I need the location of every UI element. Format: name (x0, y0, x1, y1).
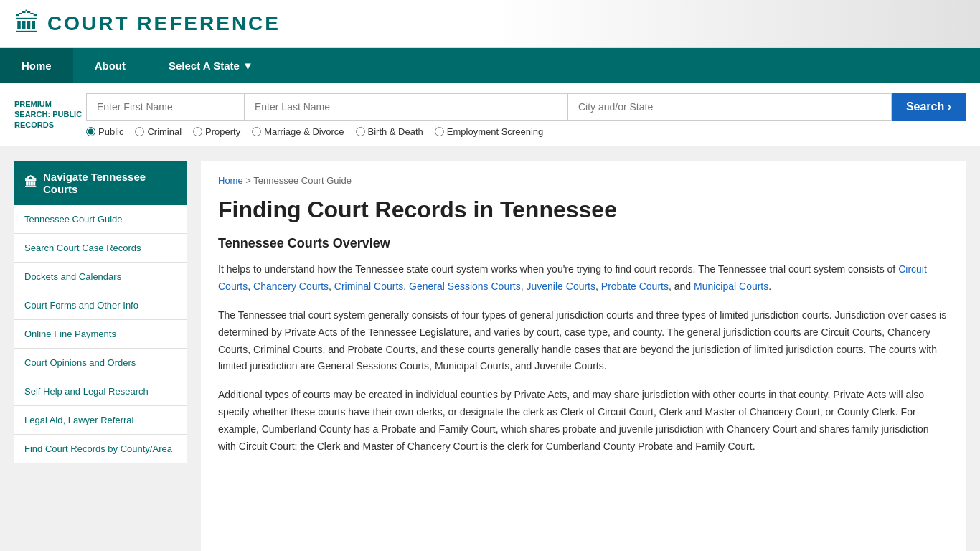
sidebar-item-forms[interactable]: Court Forms and Other Info (14, 291, 187, 320)
record-type-radios: Public Criminal Property Marriage & Divo… (86, 126, 966, 137)
breadcrumb-current: Tennessee Court Guide (253, 175, 352, 186)
site-header: 🏛 COURT REFERENCE (0, 0, 980, 48)
breadcrumb-home[interactable]: Home (218, 175, 243, 186)
nav-home[interactable]: Home (0, 48, 73, 83)
sidebar-title[interactable]: 🏛 Navigate Tennessee Courts (14, 161, 187, 205)
logo-area[interactable]: 🏛 COURT REFERENCE (14, 9, 281, 39)
search-inputs: Search › Public Criminal Property Marria… (86, 93, 966, 137)
nav-select-state[interactable]: Select A State ▼ (147, 48, 275, 83)
first-name-input[interactable] (86, 93, 244, 121)
sidebar-item-fine-payments[interactable]: Online Fine Payments (14, 320, 187, 349)
premium-label: PREMIUM SEARCH: PUBLIC RECORDS (14, 93, 86, 130)
sidebar-item-dockets[interactable]: Dockets and Calendars (14, 263, 187, 291)
main-nav: Home About Select A State ▼ (0, 48, 980, 83)
radio-property[interactable]: Property (193, 126, 240, 137)
link-probate-courts[interactable]: Probate Courts (601, 281, 669, 292)
radio-public[interactable]: Public (86, 126, 123, 137)
link-criminal-courts[interactable]: Criminal Courts (334, 281, 403, 292)
search-bar: PREMIUM SEARCH: PUBLIC RECORDS Search › … (0, 83, 980, 146)
link-general-sessions[interactable]: General Sessions Courts (409, 281, 521, 292)
radio-criminal[interactable]: Criminal (135, 126, 182, 137)
sidebar-item-legal-aid[interactable]: Legal Aid, Lawyer Referral (14, 406, 187, 435)
sidebar-item-self-help[interactable]: Self Help and Legal Research (14, 377, 187, 406)
city-state-input[interactable] (567, 93, 892, 121)
courthouse-icon: 🏛 (14, 9, 40, 39)
radio-marriage[interactable]: Marriage & Divorce (252, 126, 344, 137)
building-icon: 🏛 (24, 176, 37, 191)
search-button[interactable]: Search › (892, 93, 966, 121)
page-title: Finding Court Records in Tennessee (218, 196, 948, 223)
link-municipal-courts[interactable]: Municipal Courts (694, 281, 768, 292)
paragraph-1: It helps to understand how the Tennessee… (218, 261, 948, 296)
radio-birth-death[interactable]: Birth & Death (356, 126, 423, 137)
sidebar-title-text: Navigate Tennessee Courts (43, 171, 176, 195)
search-fields-row: Search › (86, 93, 966, 121)
page-content: Home > Tennessee Court Guide Finding Cou… (201, 161, 966, 551)
sidebar-item-case-records[interactable]: Search Court Case Records (14, 234, 187, 263)
breadcrumb: Home > Tennessee Court Guide (218, 175, 948, 186)
link-chancery-courts[interactable]: Chancery Courts (253, 281, 329, 292)
sidebar-item-find-records[interactable]: Find Court Records by County/Area (14, 435, 187, 463)
site-title: COURT REFERENCE (47, 12, 281, 35)
paragraph-2: The Tennessee trial court system general… (218, 307, 948, 375)
sidebar-item-guide[interactable]: Tennessee Court Guide (14, 205, 187, 234)
breadcrumb-separator: > (245, 175, 253, 186)
sidebar-item-opinions[interactable]: Court Opinions and Orders (14, 349, 187, 377)
main-content: 🏛 Navigate Tennessee Courts Tennessee Co… (0, 146, 980, 551)
section-title: Tennessee Courts Overview (218, 236, 948, 251)
radio-employment[interactable]: Employment Screening (435, 126, 543, 137)
last-name-input[interactable] (244, 93, 567, 121)
sidebar: 🏛 Navigate Tennessee Courts Tennessee Co… (14, 161, 187, 551)
paragraph-3: Additional types of courts may be create… (218, 387, 948, 455)
link-juvenile-courts[interactable]: Juvenile Courts (527, 281, 596, 292)
nav-about[interactable]: About (73, 48, 147, 83)
